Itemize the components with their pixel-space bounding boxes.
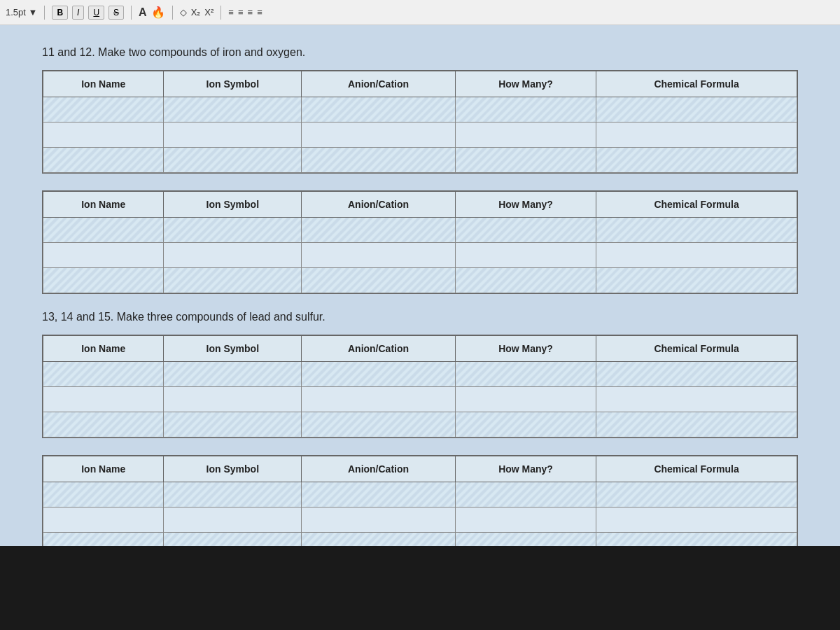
cell[interactable]: [302, 268, 456, 293]
list-icon-1: ≡: [228, 7, 234, 18]
font-size-label: 1.5pt ▼: [6, 7, 37, 18]
cell[interactable]: [43, 97, 164, 122]
section1-instruction: 11 and 12. Make two compounds of iron an…: [42, 46, 798, 59]
col-how-many: How Many?: [455, 71, 596, 97]
list-icon-4: ≡: [257, 7, 262, 18]
cell[interactable]: [43, 243, 164, 268]
cell[interactable]: [302, 507, 456, 533]
cell[interactable]: [596, 97, 797, 122]
cell[interactable]: [596, 122, 797, 148]
cell[interactable]: [302, 482, 456, 507]
col-ion-symbol: Ion Symbol: [164, 456, 302, 482]
cell[interactable]: [596, 243, 797, 268]
cell[interactable]: [164, 362, 302, 387]
cell[interactable]: [596, 482, 797, 507]
col-how-many: How Many?: [455, 336, 596, 362]
table-row: [43, 507, 797, 533]
cell[interactable]: [455, 482, 596, 507]
list-icon-3: ≡: [248, 7, 253, 18]
cell[interactable]: [596, 507, 797, 533]
cell[interactable]: [455, 97, 596, 122]
cell[interactable]: [455, 268, 596, 293]
cell[interactable]: [43, 412, 164, 438]
cell[interactable]: [302, 243, 456, 268]
table-row: [43, 268, 797, 293]
cell[interactable]: [596, 268, 797, 293]
cell[interactable]: [43, 218, 164, 243]
cell[interactable]: [302, 148, 456, 173]
cell[interactable]: [164, 507, 302, 533]
table-row: [43, 97, 797, 122]
cell[interactable]: [302, 362, 456, 387]
col-chemical-formula: Chemical Formula: [596, 71, 797, 97]
table-header-row: Ion Name Ion Symbol Anion/Cation How Man…: [43, 71, 797, 97]
cell[interactable]: [43, 122, 164, 148]
cell[interactable]: [455, 122, 596, 148]
cell[interactable]: [164, 387, 302, 412]
cell[interactable]: [596, 148, 797, 173]
separator2: [131, 6, 132, 20]
toolbar: 1.5pt ▼ B I U S A 🔥 ◇ X₂ X² ≡ ≡ ≡ ≡: [0, 0, 840, 25]
cell[interactable]: [164, 148, 302, 173]
col-how-many: How Many?: [455, 456, 596, 482]
col-chemical-formula: Chemical Formula: [596, 336, 797, 362]
cell[interactable]: [164, 97, 302, 122]
col-ion-name: Ion Name: [43, 192, 164, 218]
cell[interactable]: [455, 148, 596, 173]
cell[interactable]: [43, 387, 164, 412]
italic-button[interactable]: I: [72, 6, 84, 20]
table-row: [43, 148, 797, 173]
cell[interactable]: [302, 122, 456, 148]
col-ion-name: Ion Name: [43, 456, 164, 482]
strikethrough-button[interactable]: S: [108, 6, 124, 20]
cell[interactable]: [164, 482, 302, 507]
cell[interactable]: [43, 362, 164, 387]
underline-button[interactable]: U: [88, 6, 104, 20]
table-row: [43, 362, 797, 387]
cell[interactable]: [164, 218, 302, 243]
cell[interactable]: [455, 218, 596, 243]
superscript-label: X²: [204, 7, 214, 18]
cell[interactable]: [596, 412, 797, 438]
separator: [44, 6, 45, 20]
cell[interactable]: [596, 387, 797, 412]
cell[interactable]: [455, 507, 596, 533]
cell[interactable]: [302, 387, 456, 412]
cell[interactable]: [43, 482, 164, 507]
table4: Ion Name Ion Symbol Anion/Cation How Man…: [43, 456, 797, 558]
table-row: [43, 243, 797, 268]
cell[interactable]: [455, 243, 596, 268]
cell[interactable]: [164, 412, 302, 438]
col-anion-cation: Anion/Cation: [302, 71, 456, 97]
table-row: [43, 122, 797, 148]
bold-button[interactable]: B: [52, 6, 68, 20]
table1: Ion Name Ion Symbol Anion/Cation How Man…: [43, 71, 797, 173]
highlight-icon: 🔥: [151, 6, 165, 19]
separator3: [172, 6, 173, 20]
cell[interactable]: [164, 122, 302, 148]
col-anion-cation: Anion/Cation: [302, 192, 456, 218]
cell[interactable]: [302, 412, 456, 438]
cell[interactable]: [43, 268, 164, 293]
section2-table1: Ion Name Ion Symbol Anion/Cation How Man…: [42, 335, 798, 438]
table-row: [43, 218, 797, 243]
cell[interactable]: [596, 362, 797, 387]
cell[interactable]: [455, 387, 596, 412]
paint-icon: ◇: [180, 7, 187, 18]
table-header-row: Ion Name Ion Symbol Anion/Cation How Man…: [43, 192, 797, 218]
table-header-row: Ion Name Ion Symbol Anion/Cation How Man…: [43, 456, 797, 482]
cell[interactable]: [302, 97, 456, 122]
subscript-label: X₂: [191, 7, 201, 18]
cell[interactable]: [43, 507, 164, 533]
cell[interactable]: [43, 148, 164, 173]
cell[interactable]: [164, 268, 302, 293]
list-icon-2: ≡: [238, 7, 244, 18]
cell[interactable]: [596, 218, 797, 243]
table3: Ion Name Ion Symbol Anion/Cation How Man…: [43, 335, 797, 438]
section1-table2: Ion Name Ion Symbol Anion/Cation How Man…: [42, 190, 798, 294]
cell[interactable]: [302, 218, 456, 243]
cell[interactable]: [455, 412, 596, 438]
col-ion-name: Ion Name: [43, 71, 164, 97]
cell[interactable]: [455, 362, 596, 387]
cell[interactable]: [164, 243, 302, 268]
